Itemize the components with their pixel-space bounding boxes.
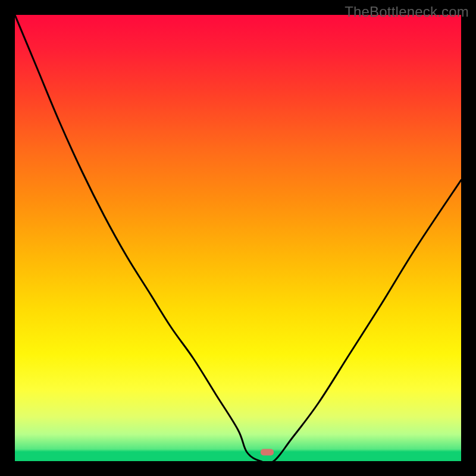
minimum-marker — [261, 449, 274, 456]
watermark-text: TheBottleneck.com — [345, 4, 469, 20]
bottleneck-curve — [15, 15, 461, 461]
plot-area — [15, 15, 461, 461]
chart-frame: TheBottleneck.com — [0, 0, 476, 476]
